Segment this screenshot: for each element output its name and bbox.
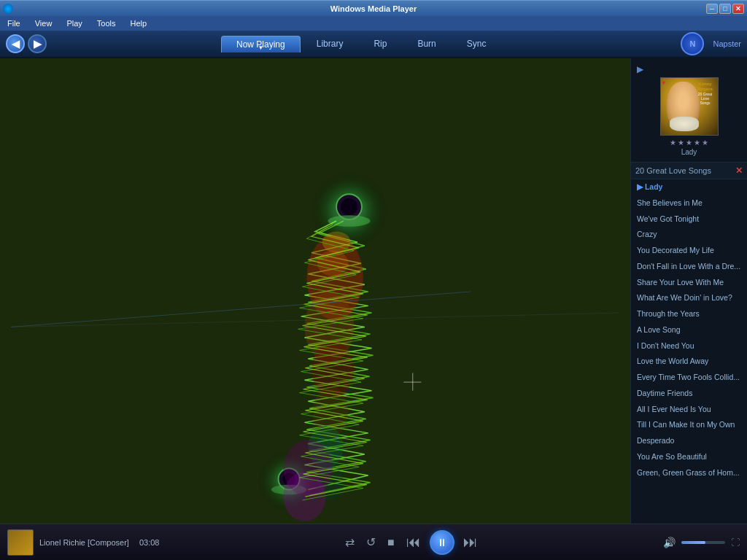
visualization-area: [0, 58, 630, 524]
now-playing-track: Lady: [681, 148, 697, 156]
album-art-image: KennyRogers 20 GreatLoveSongs ♥: [661, 78, 718, 135]
playlist-items: LadyShe Believes in MeWe've Got TonightC…: [631, 179, 747, 481]
right-panel: ▶ KennyRogers 20 GreatLoveSongs ♥: [630, 58, 747, 524]
beard: [670, 117, 699, 131]
title-buttons: ─ □ ✕: [706, 4, 744, 14]
main-content: ▶ KennyRogers 20 GreatLoveSongs ♥: [0, 58, 747, 524]
playlist-item-10[interactable]: I Don't Need You: [631, 338, 747, 354]
title-bar: Windows Media Player ─ □ ✕: [0, 0, 747, 16]
menu-bar: FileViewPlayToolsHelp: [0, 16, 747, 31]
playlist-item-6[interactable]: Share Your Love With Me: [631, 275, 747, 291]
maximize-button[interactable]: □: [719, 4, 731, 14]
playlist-item-7[interactable]: What Are We Doin' in Love?: [631, 290, 747, 306]
playlist-item-5[interactable]: Don't Fall in Love With a Dre...: [631, 259, 747, 275]
title-left: [3, 4, 13, 14]
nav-bar: ◀ ▶ Now Playing Library Rip Burn Sync N …: [0, 31, 747, 58]
volume-slider[interactable]: [681, 541, 725, 544]
menu-item-view[interactable]: View: [31, 18, 57, 29]
window-title: Windows Media Player: [330, 4, 417, 13]
tab-sync[interactable]: Sync: [452, 36, 501, 52]
star-rating[interactable]: ★ ★ ★ ★ ★: [670, 139, 708, 147]
stop-button[interactable]: ■: [384, 533, 398, 552]
star-5: ★: [702, 139, 708, 147]
playlist-item-4[interactable]: You Decorated My Life: [631, 243, 747, 259]
playlist-title: 20 Great Love Songs: [635, 166, 711, 175]
volume-icon: 🔊: [663, 537, 676, 548]
forward-button[interactable]: ▶: [28, 34, 47, 53]
tab-now-playing[interactable]: Now Playing: [221, 36, 301, 52]
album-arrow-icon[interactable]: ▶: [637, 64, 643, 74]
playlist-item-15[interactable]: Till I Can Make It on My Own: [631, 417, 747, 433]
playlist-item-18[interactable]: Green, Green Grass of Hom...: [631, 465, 747, 481]
playlist-item-1[interactable]: She Believes in Me: [631, 195, 747, 211]
tab-rip[interactable]: Rip: [359, 36, 401, 52]
nav-tabs: Now Playing Library Rip Burn Sync: [50, 36, 672, 52]
playlist-item-12[interactable]: Every Time Two Fools Collid...: [631, 370, 747, 386]
shuffle-button[interactable]: ⇄: [342, 532, 357, 552]
playlist-item-2[interactable]: We've Got Tonight: [631, 211, 747, 228]
napster-label: Napster: [713, 39, 741, 48]
star-4: ★: [694, 139, 700, 147]
album-header: ▶: [637, 64, 741, 74]
menu-item-help[interactable]: Help: [125, 18, 151, 29]
playlist-item-17[interactable]: You Are So Beautiful: [631, 449, 747, 465]
album-title-overlay: KennyRogers 20 GreatLoveSongs: [695, 82, 716, 105]
star-1: ★: [670, 139, 676, 147]
playlist-header: 20 Great Love Songs ✕: [631, 163, 747, 179]
playlist-item-8[interactable]: Through the Years: [631, 306, 747, 322]
track-time: 03:08: [139, 538, 160, 547]
playlist-item-3[interactable]: Crazy: [631, 227, 747, 243]
album-section: ▶ KennyRogers 20 GreatLoveSongs ♥: [631, 58, 747, 163]
menu-item-play[interactable]: Play: [62, 18, 86, 29]
playlist-item-14[interactable]: All I Ever Need Is You: [631, 402, 747, 418]
fullscreen-button[interactable]: ⛶: [731, 537, 740, 548]
repeat-button[interactable]: ↺: [363, 532, 379, 552]
close-button[interactable]: ✕: [732, 4, 744, 14]
play-pause-button[interactable]: ⏸: [430, 530, 454, 555]
star-3: ★: [686, 139, 692, 147]
tab-library[interactable]: Library: [302, 36, 358, 52]
volume-fill: [681, 541, 705, 544]
visualization-svg: [0, 58, 630, 524]
playlist-item-11[interactable]: Love the World Away: [631, 354, 747, 370]
track-artist: Lionel Richie [Composer]: [39, 538, 129, 547]
playlist-item-16[interactable]: Desperado: [631, 433, 747, 449]
star-2: ★: [678, 139, 684, 147]
playlist-close-button[interactable]: ✕: [735, 166, 743, 176]
tab-burn[interactable]: Burn: [403, 36, 450, 52]
album-art: KennyRogers 20 GreatLoveSongs ♥: [660, 77, 719, 136]
back-button[interactable]: ◀: [6, 34, 25, 53]
menu-item-tools[interactable]: Tools: [93, 18, 120, 29]
menu-item-file[interactable]: File: [3, 18, 25, 29]
controls-bar: Lionel Richie [Composer] 03:08 ⇄ ↺ ■ ⏮ ⏸…: [0, 524, 747, 560]
svg-point-4: [341, 198, 357, 215]
heart-decoration: ♥: [662, 79, 666, 86]
playlist[interactable]: 20 Great Love Songs ✕ LadyShe Believes i…: [631, 163, 747, 524]
napster-button[interactable]: N: [681, 32, 704, 55]
playlist-item-0[interactable]: Lady: [631, 179, 747, 195]
app-icon: [3, 4, 13, 14]
playlist-item-13[interactable]: Daytime Friends: [631, 386, 747, 402]
now-playing-thumbnail: [7, 529, 34, 556]
prev-button[interactable]: ⏮: [403, 531, 424, 553]
playlist-item-9[interactable]: A Love Song: [631, 322, 747, 338]
svg-point-5: [328, 215, 370, 227]
minimize-button[interactable]: ─: [706, 4, 718, 14]
next-button[interactable]: ⏭: [460, 531, 481, 553]
